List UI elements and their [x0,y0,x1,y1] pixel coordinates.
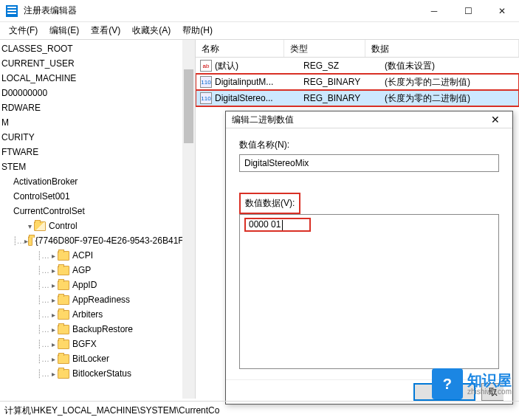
folder-icon [58,310,69,320]
chevron-right-icon[interactable]: ▸ [49,311,58,319]
list-row[interactable]: ab(默认)REG_SZ(数值未设置) [196,58,519,74]
tree-connector: ┊… [37,310,49,320]
text-cursor [282,220,283,230]
dialog-titlebar[interactable]: 编辑二进制数值 ✕ [226,111,512,128]
maximize-button[interactable]: ☐ [451,0,485,21]
tree-item[interactable]: ▾Control [1,218,195,233]
list-row[interactable]: 110DigitalStereo...REG_BINARY(长度为零的二进制值) [196,90,519,106]
tree-item[interactable]: CURRENT_USER [1,56,195,71]
tree-item-label: M [1,117,9,128]
tree-item-label: Control [49,221,78,231]
tree-item-label: BGFX [72,339,97,349]
tree-item-label: STEM [1,162,26,172]
col-name[interactable]: 名称 [196,40,284,57]
chevron-right-icon[interactable]: ▸ [49,370,58,378]
tree-item[interactable]: STEM [1,159,195,174]
tree-item[interactable]: M [1,115,195,130]
col-type[interactable]: 类型 [284,40,365,57]
tree-item-label: AppID [72,280,97,290]
tree-item[interactable]: ┊…▸{7746D80F-97E0-4E26-9543-26B41FC2 [1,233,195,248]
chevron-right-icon[interactable]: ▸ [49,266,58,275]
close-button[interactable]: ✕ [485,0,519,21]
tree-item[interactable]: ActivationBroker [1,174,195,189]
folder-icon [58,354,69,364]
chevron-right-icon[interactable]: ▸ [49,326,58,334]
minimize-button[interactable]: ─ [417,0,451,21]
tree-item-label: D00000000 [1,88,47,98]
value-name-input[interactable] [239,154,499,172]
tree-item[interactable]: ┊…▸Arbiters [1,307,195,322]
folder-icon [58,251,69,261]
chevron-right-icon[interactable]: ▸ [49,281,58,289]
chevron-down-icon[interactable]: ▾ [25,222,34,230]
col-data[interactable]: 数据 [365,40,519,57]
tree-item[interactable]: FTWARE [1,145,195,159]
tree-item-label: ActivationBroker [13,176,78,187]
tree-item[interactable]: ┊…▸BitlockerStatus [1,366,195,381]
app-icon [6,5,18,17]
menu-help[interactable]: 帮助(H) [176,23,219,38]
menu-file[interactable]: 文件(F) [3,23,44,38]
tree-connector: ┊… [37,266,49,275]
tree-item-label: BitLocker [72,354,109,364]
watermark-text-block: 知识屋 zhishiwu.com [467,373,512,396]
chevron-right-icon[interactable]: ▸ [49,296,58,304]
folder-icon [58,340,69,349]
list-row[interactable]: 110DigitalinputM...REG_BINARY(长度为零的二进制值) [196,74,519,90]
menu-favorites[interactable]: 收藏夹(A) [126,23,176,38]
tree-item-label: CLASSES_ROOT [1,44,73,54]
tree-connector: ┊… [37,295,49,305]
tree-item[interactable]: ControlSet001 [1,189,195,204]
cell-name: (默认) [215,60,303,72]
value-name-label: 数值名称(N): [239,139,499,151]
chevron-right-icon[interactable]: ▸ [49,252,58,260]
tree-pane: CLASSES_ROOTCURRENT_USERLOCAL_MACHINED00… [0,40,196,399]
value-data-editor[interactable]: 0000 01 [239,214,499,369]
cell-name: DigitalStereo... [215,93,303,103]
tree-connector: ┊… [37,280,49,290]
tree-item-label: AGP [72,265,91,275]
tree-item-label: CurrentControlSet [13,206,85,216]
tree-item[interactable]: CLASSES_ROOT [1,41,195,56]
cell-type: REG_BINARY [303,93,385,103]
menu-bar: 文件(F) 编辑(E) 查看(V) 收藏夹(A) 帮助(H) [0,22,519,40]
chevron-right-icon[interactable]: ▸ [24,237,28,245]
cell-data: (数值未设置) [385,60,519,72]
tree-connector: ┊… [37,340,49,349]
watermark-brand: 知识屋 [467,373,512,388]
dialog-close-button[interactable]: ✕ [484,114,506,125]
window-title: 注册表编辑器 [24,4,417,17]
cell-data: (长度为零的二进制值) [385,92,519,105]
menu-edit[interactable]: 编辑(E) [44,23,85,38]
tree-item[interactable]: RDWARE [1,100,195,115]
scrollbar-thumb[interactable] [184,69,193,143]
tree-item[interactable]: ┊…▸AppID [1,278,195,292]
menu-view[interactable]: 查看(V) [85,23,126,38]
tree-item[interactable]: ┊…▸BitLocker [1,351,195,366]
tree-item[interactable]: LOCAL_MACHINE [1,71,195,86]
value-data-label: 数值数据(V): [239,193,300,214]
tree-connector: ┊… [37,369,49,379]
tree-item-label: ACPI [72,250,93,261]
tree-item-label: BitlockerStatus [72,368,131,379]
tree-item[interactable]: ┊…▸BackupRestore [1,322,195,337]
chevron-right-icon[interactable]: ▸ [49,340,58,348]
cell-data: (长度为零的二进制值) [385,76,519,89]
tree-item[interactable]: CurrentControlSet [1,204,195,218]
tree-item[interactable]: ┊…▸BGFX [1,337,195,351]
status-path: 计算机\HKEY_LOCAL_MACHINE\SYSTEM\CurrentCo [4,404,219,417]
tree-item[interactable]: ┊…▸AGP [1,263,195,278]
tree-connector: ┊… [37,325,49,334]
tree-item[interactable]: ┊…▸AppReadiness [1,292,195,307]
chevron-right-icon[interactable]: ▸ [49,355,58,363]
tree-item[interactable]: ┊…▸ACPI [1,248,195,263]
tree-item-label: CURRENT_USER [1,58,75,69]
tree-connector: ┊… [37,251,49,261]
tree-item[interactable]: CURITY [1,130,195,145]
hex-line[interactable]: 0000 01 [244,218,311,232]
tree-item-label: {7746D80F-97E0-4E26-9543-26B41FC2 [35,235,195,246]
watermark: ? 知识屋 zhishiwu.com [432,368,512,399]
tree-item[interactable]: D00000000 [1,86,195,100]
tree[interactable]: CLASSES_ROOTCURRENT_USERLOCAL_MACHINED00… [0,40,195,382]
tree-scrollbar[interactable] [182,40,195,399]
